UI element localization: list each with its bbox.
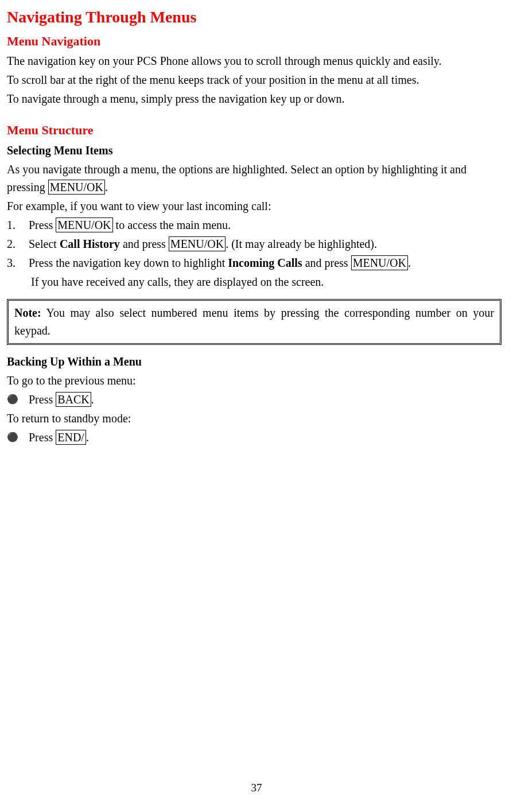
paragraph: The navigation key on your PCS Phone all…	[7, 52, 502, 70]
list-item: 1. Press MENU/OK to access the main menu…	[7, 216, 502, 234]
heading-menu-structure: Menu Structure	[7, 121, 502, 140]
heading-menu-navigation: Menu Navigation	[7, 32, 502, 51]
ordered-list: 1. Press MENU/OK to access the main menu…	[7, 216, 502, 272]
bullet-icon: ⚫	[7, 391, 29, 409]
text: .	[408, 257, 411, 269]
text: and press	[302, 257, 351, 269]
list-item: 2. Select Call History and press MENU/OK…	[7, 235, 502, 253]
subheading-selecting-menu-items: Selecting Menu Items	[7, 142, 502, 160]
key-label-menu-ok: MENU/OK	[351, 255, 408, 270]
bullet-list: ⚫ Press BACK.	[7, 391, 502, 409]
paragraph: To return to standby mode:	[7, 410, 502, 428]
text: Press	[29, 393, 56, 406]
note-box: Note: You may also select numbered menu …	[7, 299, 502, 345]
key-label-menu-ok: MENU/OK	[48, 180, 105, 195]
list-item: 3. Press the navigation key down to high…	[7, 254, 502, 272]
list-number: 1.	[7, 216, 29, 234]
paragraph: For example, if you want to view your la…	[7, 197, 502, 215]
key-label-back: BACK	[56, 392, 91, 407]
text: .	[105, 181, 108, 193]
list-number: 3.	[7, 254, 29, 272]
paragraph: If you have received any calls, they are…	[31, 273, 502, 291]
text: .	[91, 393, 94, 406]
note-label: Note:	[14, 306, 41, 319]
text: Press	[29, 431, 56, 444]
text: .	[86, 431, 89, 444]
bullet-icon: ⚫	[7, 429, 29, 446]
paragraph: To scroll bar at the right of the menu k…	[7, 71, 502, 89]
bold-text: Call History	[60, 238, 120, 250]
bold-text: Incoming Calls	[228, 257, 302, 269]
list-item: ⚫ Press BACK.	[7, 391, 502, 409]
paragraph: As you navigate through a menu, the opti…	[7, 161, 502, 196]
text: Press the navigation key down to highlig…	[29, 257, 228, 269]
page-title: Navigating Through Menus	[7, 5, 502, 29]
subheading-backing-up: Backing Up Within a Menu	[7, 353, 502, 371]
text: Select	[29, 238, 60, 250]
key-label-end: END/	[56, 430, 86, 445]
text: . (It may already be highlighted).	[226, 238, 377, 250]
key-label-menu-ok: MENU/OK	[169, 236, 226, 251]
paragraph: To go to the previous menu:	[7, 372, 502, 390]
list-number: 2.	[7, 235, 29, 253]
text: Press	[29, 219, 56, 231]
bullet-list: ⚫ Press END/.	[7, 429, 502, 446]
page-number: 37	[0, 779, 513, 796]
text: and press	[120, 238, 169, 250]
text: to access the main menu.	[113, 219, 231, 231]
note-text: You may also select numbered menu items …	[14, 306, 494, 337]
key-label-menu-ok: MENU/OK	[56, 217, 112, 232]
paragraph: To navigate through a menu, simply press…	[7, 90, 502, 108]
list-item: ⚫ Press END/.	[7, 429, 502, 446]
